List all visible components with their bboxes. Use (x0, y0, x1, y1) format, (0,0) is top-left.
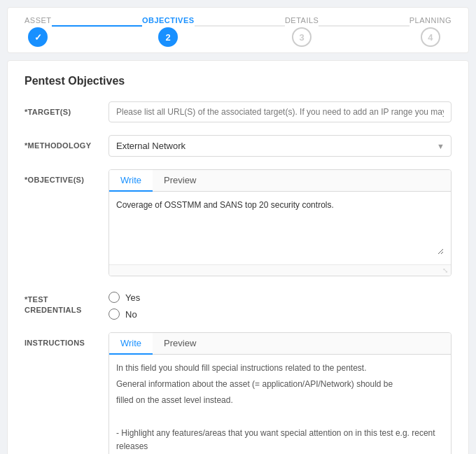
methodology-select-wrapper: External Network Internal Network Web Ap… (108, 135, 451, 157)
instructions-row: INSTRUCTIONS Write Preview In this field… (24, 332, 451, 454)
step-objectives[interactable]: Objectives 2 (142, 16, 195, 47)
main-card: Pentest Objectives *TARGET(S) *METHODOLO… (7, 60, 469, 454)
instructions-line-5: - Highlight any features/areas that you … (116, 427, 444, 453)
methodology-select[interactable]: External Network Internal Network Web Ap… (108, 135, 451, 157)
methodology-label: *METHODOLOGY (24, 135, 108, 151)
objectives-field: Write Preview Coverage of OSSTMM and SAN… (108, 169, 451, 276)
instructions-tabs: Write Preview In this field you should f… (108, 332, 451, 454)
credentials-yes-radio[interactable] (108, 292, 120, 303)
step-details-circle: 3 (292, 27, 312, 47)
step-objectives-circle: 2 (158, 27, 178, 47)
step-objectives-label: Objectives (142, 16, 195, 24)
stepper: Asset ✓ Objectives 2 Details 3 Planning … (24, 16, 451, 47)
card-title: Pentest Objectives (24, 75, 451, 87)
instructions-line-1: In this field you should fill special in… (116, 362, 444, 375)
step-asset-label: Asset (24, 16, 52, 24)
step-planning-label: Planning (410, 16, 451, 24)
objectives-tab-write[interactable]: Write (109, 170, 153, 192)
credentials-yes-label[interactable]: Yes (108, 292, 451, 303)
objectives-tab-preview[interactable]: Preview (153, 170, 207, 192)
objectives-tabs-content: Coverage of OSSTMM and SANS top 20 secur… (109, 192, 451, 264)
objectives-tabs: Write Preview Coverage of OSSTMM and SAN… (108, 169, 451, 276)
credentials-radio-group: Yes No (108, 289, 451, 320)
objectives-row: *OBJECTIVE(S) Write Preview Coverage of … (24, 169, 451, 276)
target-field (108, 101, 451, 122)
connector-1 (52, 25, 142, 27)
instructions-line-4 (116, 411, 444, 424)
resize-icon: ⤡ (442, 267, 448, 274)
step-asset-circle: ✓ (28, 27, 48, 47)
connector-2 (195, 25, 285, 27)
page-wrapper: Asset ✓ Objectives 2 Details 3 Planning … (7, 7, 469, 454)
credentials-no-text: No (125, 309, 137, 320)
step-asset[interactable]: Asset ✓ (24, 16, 52, 47)
target-row: *TARGET(S) (24, 101, 451, 122)
credentials-yes-text: Yes (125, 292, 140, 303)
instructions-tabs-header: Write Preview (109, 333, 451, 355)
connector-3 (318, 25, 409, 27)
instructions-tabs-content: In this field you should fill special in… (109, 355, 451, 454)
step-planning-circle: 4 (421, 27, 440, 47)
credentials-field: Yes No (108, 289, 451, 320)
step-details-label: Details (285, 16, 319, 24)
instructions-line-3: filled on the asset level instead. (116, 394, 444, 407)
methodology-field: External Network Internal Network Web Ap… (108, 135, 451, 157)
credentials-label: *TEST CREDENTIALS (24, 289, 108, 316)
target-label: *TARGET(S) (24, 101, 108, 118)
credentials-no-label[interactable]: No (108, 308, 451, 320)
instructions-field: Write Preview In this field you should f… (108, 332, 451, 454)
step-planning[interactable]: Planning 4 (410, 16, 451, 47)
objectives-resize-handle: ⤡ (109, 264, 451, 276)
objectives-tabs-header: Write Preview (109, 170, 451, 192)
target-input[interactable] (108, 101, 451, 122)
instructions-label: INSTRUCTIONS (24, 332, 108, 348)
objectives-label: *OBJECTIVE(S) (24, 169, 108, 185)
objectives-textarea[interactable]: Coverage of OSSTMM and SANS top 20 secur… (116, 199, 444, 255)
instructions-tab-write[interactable]: Write (109, 333, 153, 355)
credentials-row: *TEST CREDENTIALS Yes No (24, 289, 451, 320)
step-details[interactable]: Details 3 (285, 16, 319, 47)
credentials-no-radio[interactable] (108, 308, 120, 320)
instructions-tab-preview[interactable]: Preview (153, 333, 207, 355)
methodology-row: *METHODOLOGY External Network Internal N… (24, 135, 451, 157)
instructions-line-2: General information about the asset (= a… (116, 378, 444, 391)
